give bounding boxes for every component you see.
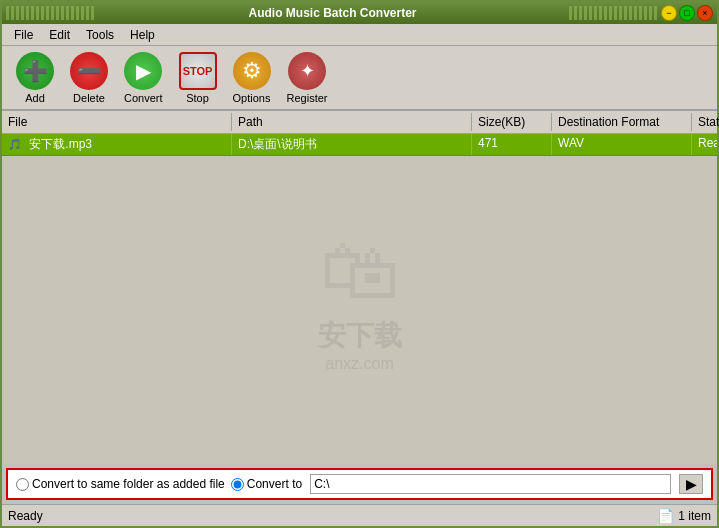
delete-button[interactable]: ➖ Delete (64, 50, 114, 106)
options-label: Options (233, 92, 271, 104)
bottom-panel: Convert to same folder as added file Con… (6, 468, 713, 500)
header-status: Status (692, 113, 719, 131)
add-button[interactable]: ➕ Add (10, 50, 60, 106)
minimize-button[interactable]: − (661, 5, 677, 21)
maximize-button[interactable]: □ (679, 5, 695, 21)
convert-icon: ▶ (124, 52, 162, 90)
menu-edit[interactable]: Edit (41, 26, 78, 44)
radio-same-folder-label: Convert to same folder as added file (32, 477, 225, 491)
menu-bar: File Edit Tools Help (2, 24, 717, 46)
file-list-header: File Path Size(KB) Destination Format St… (2, 111, 717, 134)
title-bar-stripe-right (569, 6, 659, 20)
file-icon: 🎵 (8, 138, 22, 151)
browse-button[interactable]: ▶ (679, 474, 703, 494)
file-status: Ready (692, 134, 717, 155)
radio-same-folder-input[interactable] (16, 478, 29, 491)
delete-icon: ➖ (70, 52, 108, 90)
watermark-icon: 🛍 (318, 225, 402, 317)
header-path: Path (232, 113, 472, 131)
header-file: File (2, 113, 232, 131)
stop-button[interactable]: STOP Stop (173, 50, 223, 106)
radio-convert-to[interactable]: Convert to (231, 477, 302, 491)
delete-label: Delete (73, 92, 105, 104)
convert-label: Convert (124, 92, 163, 104)
radio-convert-to-label: Convert to (247, 477, 302, 491)
file-format: WAV (552, 134, 692, 155)
table-row[interactable]: 🎵 安下载.mp3 D:\桌面\说明书 471 WAV Ready (2, 134, 717, 156)
file-size: 471 (472, 134, 552, 155)
file-list: 🎵 安下载.mp3 D:\桌面\说明书 471 WAV Ready 🛍 安下载 … (2, 134, 717, 464)
watermark: 🛍 安下载 anxz.com (318, 225, 402, 373)
status-file-icon: 📄 (657, 508, 674, 524)
file-name: 🎵 安下载.mp3 (2, 134, 232, 155)
register-icon: ✦ (288, 52, 326, 90)
radio-convert-to-input[interactable] (231, 478, 244, 491)
item-count: 1 item (678, 509, 711, 523)
convert-button[interactable]: ▶ Convert (118, 50, 169, 106)
stop-icon: STOP (179, 52, 217, 90)
app-title: Audio Music Batch Converter (96, 6, 569, 20)
options-icon: ⚙ (233, 52, 271, 90)
status-right: 📄 1 item (657, 508, 711, 524)
watermark-text: 安下载 (318, 317, 402, 355)
close-button[interactable]: × (697, 5, 713, 21)
title-bar-stripe-left (6, 6, 96, 20)
header-size: Size(KB) (472, 113, 552, 131)
title-bar-controls: − □ × (569, 5, 713, 21)
file-path: D:\桌面\说明书 (232, 134, 472, 155)
app-window: Audio Music Batch Converter − □ × File E… (0, 0, 719, 528)
add-label: Add (25, 92, 45, 104)
radio-group: Convert to same folder as added file Con… (16, 477, 302, 491)
register-button[interactable]: ✦ Register (281, 50, 334, 106)
register-label: Register (287, 92, 328, 104)
title-bar: Audio Music Batch Converter − □ × (2, 2, 717, 24)
menu-help[interactable]: Help (122, 26, 163, 44)
menu-tools[interactable]: Tools (78, 26, 122, 44)
path-input[interactable] (310, 474, 671, 494)
title-bar-left (6, 6, 96, 20)
add-icon: ➕ (16, 52, 54, 90)
menu-file[interactable]: File (6, 26, 41, 44)
status-text: Ready (8, 509, 43, 523)
status-bar: Ready 📄 1 item (2, 504, 717, 526)
header-format: Destination Format (552, 113, 692, 131)
watermark-subtext: anxz.com (318, 355, 402, 373)
radio-same-folder[interactable]: Convert to same folder as added file (16, 477, 225, 491)
stop-label: Stop (186, 92, 209, 104)
options-button[interactable]: ⚙ Options (227, 50, 277, 106)
toolbar: ➕ Add ➖ Delete ▶ Convert STOP Stop ⚙ Opt… (2, 46, 717, 111)
